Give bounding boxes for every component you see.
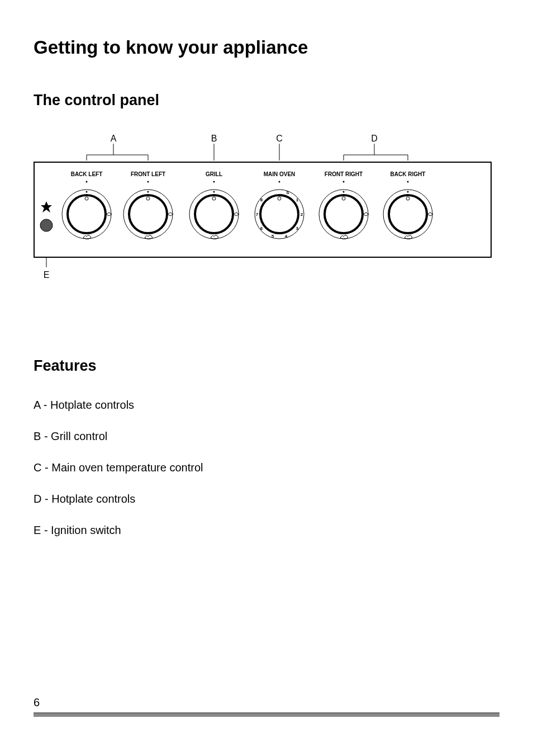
callout-d: D bbox=[371, 134, 378, 143]
svg-point-16 bbox=[68, 195, 106, 233]
svg-point-23 bbox=[147, 191, 149, 193]
feature-item-b: B - Grill control bbox=[34, 428, 499, 444]
svg-point-20 bbox=[147, 181, 149, 183]
knob-front-right: FRONT RIGHT bbox=[319, 171, 369, 239]
control-panel-svg: A B C D bbox=[34, 131, 492, 288]
knob-back-left: BACK LEFT bbox=[62, 171, 112, 239]
callout-b: B bbox=[211, 134, 217, 143]
svg-text:S: S bbox=[286, 190, 289, 195]
svg-point-32 bbox=[279, 181, 280, 183]
knob-label-grill: GRILL bbox=[206, 171, 222, 177]
knob-main-oven: MAIN OVEN S 1 2 3 4 5 6 7 bbox=[255, 171, 304, 239]
control-panel-diagram: A B C D bbox=[34, 131, 499, 290]
svg-point-53 bbox=[389, 195, 427, 233]
feature-item-d: D - Hotplate controls bbox=[34, 491, 499, 507]
svg-point-34 bbox=[260, 195, 298, 233]
feature-item-a: A - Hotplate controls bbox=[34, 397, 499, 413]
features-list: A - Hotplate controls B - Grill control … bbox=[34, 397, 499, 538]
knob-label-front-right: FRONT RIGHT bbox=[325, 171, 363, 177]
page-number: 6 bbox=[34, 696, 499, 709]
knob-label-back-right: BACK RIGHT bbox=[391, 171, 426, 177]
callout-c: C bbox=[276, 134, 283, 143]
page-title: Getting to know your appliance bbox=[34, 37, 499, 58]
svg-text:5: 5 bbox=[272, 234, 274, 239]
callout-leaders bbox=[87, 144, 408, 160]
knob-back-right: BACK RIGHT bbox=[383, 171, 433, 239]
knob-label-back-left: BACK LEFT bbox=[71, 171, 103, 177]
svg-point-51 bbox=[407, 181, 409, 183]
knob-label-front-left: FRONT LEFT bbox=[131, 171, 165, 177]
svg-point-22 bbox=[129, 195, 167, 233]
svg-point-47 bbox=[325, 195, 363, 233]
ignition-area: E bbox=[40, 201, 53, 280]
knob-label-main-oven: MAIN OVEN bbox=[264, 171, 296, 177]
feature-item-c: C - Main oven temperature control bbox=[34, 460, 499, 475]
svg-text:8: 8 bbox=[260, 197, 263, 202]
footer-rule bbox=[34, 712, 499, 717]
svg-point-14 bbox=[86, 181, 88, 183]
svg-point-26 bbox=[213, 181, 215, 183]
svg-text:7: 7 bbox=[256, 212, 259, 217]
svg-point-54 bbox=[407, 191, 409, 193]
knob-grill: GRILL bbox=[189, 171, 239, 239]
section-features-title: Features bbox=[34, 357, 499, 375]
svg-point-45 bbox=[343, 181, 345, 183]
svg-marker-12 bbox=[41, 201, 52, 212]
callout-e: E bbox=[44, 270, 50, 280]
svg-point-29 bbox=[213, 191, 215, 193]
callout-a: A bbox=[111, 134, 117, 143]
svg-text:2: 2 bbox=[301, 212, 303, 217]
svg-text:4: 4 bbox=[285, 234, 288, 239]
knob-front-left: FRONT LEFT bbox=[123, 171, 173, 239]
svg-point-48 bbox=[343, 191, 345, 193]
svg-text:6: 6 bbox=[260, 226, 263, 231]
feature-item-e: E - Ignition switch bbox=[34, 522, 499, 538]
svg-text:3: 3 bbox=[296, 226, 299, 231]
section-control-panel-title: The control panel bbox=[34, 92, 499, 109]
ignition-button bbox=[40, 219, 53, 231]
svg-point-17 bbox=[86, 191, 88, 193]
svg-text:1: 1 bbox=[296, 197, 299, 202]
spark-icon bbox=[41, 201, 52, 212]
document-page: Getting to know your appliance The contr… bbox=[0, 0, 533, 756]
svg-point-28 bbox=[195, 195, 233, 233]
page-footer: 6 bbox=[34, 696, 499, 717]
